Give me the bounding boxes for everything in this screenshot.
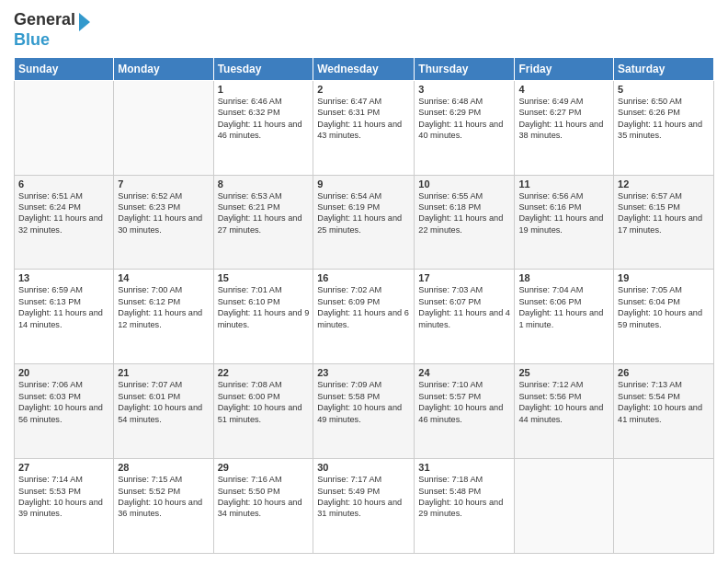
calendar-cell: 12Sunrise: 6:57 AM Sunset: 6:15 PM Dayli… xyxy=(614,175,714,270)
calendar-cell xyxy=(515,459,614,554)
day-info: Sunrise: 6:55 AM Sunset: 6:18 PM Dayligh… xyxy=(418,190,510,236)
day-number: 2 xyxy=(317,84,410,95)
day-info: Sunrise: 7:00 AM Sunset: 6:12 PM Dayligh… xyxy=(118,284,209,330)
day-info: Sunrise: 7:05 AM Sunset: 6:04 PM Dayligh… xyxy=(618,284,710,330)
calendar-cell: 5Sunrise: 6:50 AM Sunset: 6:26 PM Daylig… xyxy=(614,80,714,175)
day-info: Sunrise: 7:10 AM Sunset: 5:57 PM Dayligh… xyxy=(418,379,510,425)
day-number: 23 xyxy=(317,367,410,378)
calendar-cell: 13Sunrise: 6:59 AM Sunset: 6:13 PM Dayli… xyxy=(15,270,114,364)
col-header-thursday: Thursday xyxy=(415,57,515,80)
calendar-cell: 11Sunrise: 6:56 AM Sunset: 6:16 PM Dayli… xyxy=(515,175,614,270)
day-number: 9 xyxy=(317,178,410,190)
day-info: Sunrise: 7:16 AM Sunset: 5:50 PM Dayligh… xyxy=(218,474,310,520)
calendar-week-row: 1Sunrise: 6:46 AM Sunset: 6:32 PM Daylig… xyxy=(15,80,714,175)
day-info: Sunrise: 6:52 AM Sunset: 6:23 PM Dayligh… xyxy=(118,190,209,236)
day-info: Sunrise: 6:57 AM Sunset: 6:15 PM Dayligh… xyxy=(618,190,710,236)
calendar-cell xyxy=(114,80,213,175)
page: General Blue SundayMondayTuesdayWednesda… xyxy=(0,0,728,563)
day-number: 7 xyxy=(118,178,209,190)
col-header-wednesday: Wednesday xyxy=(313,57,415,80)
calendar-cell: 21Sunrise: 7:07 AM Sunset: 6:01 PM Dayli… xyxy=(114,364,213,459)
day-number: 8 xyxy=(218,178,310,190)
day-number: 24 xyxy=(418,367,510,378)
day-info: Sunrise: 7:17 AM Sunset: 5:49 PM Dayligh… xyxy=(317,474,410,520)
calendar-cell: 30Sunrise: 7:17 AM Sunset: 5:49 PM Dayli… xyxy=(313,459,415,554)
day-info: Sunrise: 7:07 AM Sunset: 6:01 PM Dayligh… xyxy=(118,379,209,425)
col-header-saturday: Saturday xyxy=(614,57,714,80)
calendar-cell: 1Sunrise: 6:46 AM Sunset: 6:32 PM Daylig… xyxy=(213,80,313,175)
day-info: Sunrise: 6:59 AM Sunset: 6:13 PM Dayligh… xyxy=(18,284,109,330)
calendar-cell: 9Sunrise: 6:54 AM Sunset: 6:19 PM Daylig… xyxy=(313,175,415,270)
calendar-cell xyxy=(15,80,114,175)
logo-general: General xyxy=(14,11,75,29)
calendar-cell: 10Sunrise: 6:55 AM Sunset: 6:18 PM Dayli… xyxy=(415,175,515,270)
day-number: 31 xyxy=(418,462,510,473)
calendar-cell xyxy=(614,459,714,554)
day-info: Sunrise: 7:06 AM Sunset: 6:03 PM Dayligh… xyxy=(18,379,109,425)
calendar-cell: 17Sunrise: 7:03 AM Sunset: 6:07 PM Dayli… xyxy=(415,270,515,364)
calendar-cell: 28Sunrise: 7:15 AM Sunset: 5:52 PM Dayli… xyxy=(114,459,213,554)
day-info: Sunrise: 7:04 AM Sunset: 6:06 PM Dayligh… xyxy=(518,284,609,330)
day-number: 21 xyxy=(118,367,209,378)
calendar-cell: 7Sunrise: 6:52 AM Sunset: 6:23 PM Daylig… xyxy=(114,175,213,270)
calendar-cell: 18Sunrise: 7:04 AM Sunset: 6:06 PM Dayli… xyxy=(515,270,614,364)
day-info: Sunrise: 6:54 AM Sunset: 6:19 PM Dayligh… xyxy=(317,190,410,236)
day-number: 14 xyxy=(118,272,209,283)
header: General Blue xyxy=(14,9,714,50)
day-number: 26 xyxy=(618,367,710,378)
day-number: 25 xyxy=(518,367,609,378)
calendar-cell: 19Sunrise: 7:05 AM Sunset: 6:04 PM Dayli… xyxy=(614,270,714,364)
day-number: 1 xyxy=(218,84,310,95)
day-number: 16 xyxy=(317,272,410,283)
day-info: Sunrise: 6:46 AM Sunset: 6:32 PM Dayligh… xyxy=(218,96,310,142)
calendar-week-row: 20Sunrise: 7:06 AM Sunset: 6:03 PM Dayli… xyxy=(15,364,714,459)
calendar-table: SundayMondayTuesdayWednesdayThursdayFrid… xyxy=(14,57,714,554)
calendar-cell: 2Sunrise: 6:47 AM Sunset: 6:31 PM Daylig… xyxy=(313,80,415,175)
col-header-friday: Friday xyxy=(515,57,614,80)
col-header-tuesday: Tuesday xyxy=(213,57,313,80)
day-number: 27 xyxy=(18,462,109,473)
calendar-cell: 29Sunrise: 7:16 AM Sunset: 5:50 PM Dayli… xyxy=(213,459,313,554)
day-number: 12 xyxy=(618,178,710,190)
day-number: 3 xyxy=(418,84,510,95)
logo: General Blue xyxy=(14,9,90,50)
day-number: 28 xyxy=(118,462,209,473)
col-header-monday: Monday xyxy=(114,57,213,80)
day-number: 15 xyxy=(218,272,310,283)
calendar-cell: 22Sunrise: 7:08 AM Sunset: 6:00 PM Dayli… xyxy=(213,364,313,459)
day-number: 6 xyxy=(18,178,109,190)
day-number: 5 xyxy=(618,84,710,95)
day-number: 29 xyxy=(218,462,310,473)
logo-blue: Blue xyxy=(14,31,90,50)
calendar-cell: 3Sunrise: 6:48 AM Sunset: 6:29 PM Daylig… xyxy=(415,80,515,175)
col-header-sunday: Sunday xyxy=(15,57,114,80)
day-number: 17 xyxy=(418,272,510,283)
calendar-header-row: SundayMondayTuesdayWednesdayThursdayFrid… xyxy=(15,57,714,80)
day-number: 4 xyxy=(518,84,609,95)
day-info: Sunrise: 7:09 AM Sunset: 5:58 PM Dayligh… xyxy=(317,379,410,425)
day-info: Sunrise: 6:48 AM Sunset: 6:29 PM Dayligh… xyxy=(418,96,510,142)
day-info: Sunrise: 7:02 AM Sunset: 6:09 PM Dayligh… xyxy=(317,284,410,330)
day-info: Sunrise: 7:13 AM Sunset: 5:54 PM Dayligh… xyxy=(618,379,710,425)
day-info: Sunrise: 7:01 AM Sunset: 6:10 PM Dayligh… xyxy=(218,284,310,330)
calendar-cell: 16Sunrise: 7:02 AM Sunset: 6:09 PM Dayli… xyxy=(313,270,415,364)
day-info: Sunrise: 6:49 AM Sunset: 6:27 PM Dayligh… xyxy=(518,96,609,142)
day-info: Sunrise: 6:47 AM Sunset: 6:31 PM Dayligh… xyxy=(317,96,410,142)
day-info: Sunrise: 7:15 AM Sunset: 5:52 PM Dayligh… xyxy=(118,474,209,520)
day-number: 19 xyxy=(618,272,710,283)
day-info: Sunrise: 6:56 AM Sunset: 6:16 PM Dayligh… xyxy=(518,190,609,236)
calendar-cell: 20Sunrise: 7:06 AM Sunset: 6:03 PM Dayli… xyxy=(15,364,114,459)
calendar-cell: 6Sunrise: 6:51 AM Sunset: 6:24 PM Daylig… xyxy=(15,175,114,270)
day-info: Sunrise: 6:51 AM Sunset: 6:24 PM Dayligh… xyxy=(18,190,109,236)
logo-triangle-icon xyxy=(79,13,90,31)
day-number: 30 xyxy=(317,462,410,473)
day-info: Sunrise: 7:14 AM Sunset: 5:53 PM Dayligh… xyxy=(18,474,109,520)
calendar-cell: 31Sunrise: 7:18 AM Sunset: 5:48 PM Dayli… xyxy=(415,459,515,554)
day-number: 20 xyxy=(18,367,109,378)
calendar-cell: 27Sunrise: 7:14 AM Sunset: 5:53 PM Dayli… xyxy=(15,459,114,554)
day-info: Sunrise: 7:03 AM Sunset: 6:07 PM Dayligh… xyxy=(418,284,510,330)
day-number: 18 xyxy=(518,272,609,283)
day-number: 10 xyxy=(418,178,510,190)
calendar-cell: 4Sunrise: 6:49 AM Sunset: 6:27 PM Daylig… xyxy=(515,80,614,175)
calendar-week-row: 13Sunrise: 6:59 AM Sunset: 6:13 PM Dayli… xyxy=(15,270,714,364)
